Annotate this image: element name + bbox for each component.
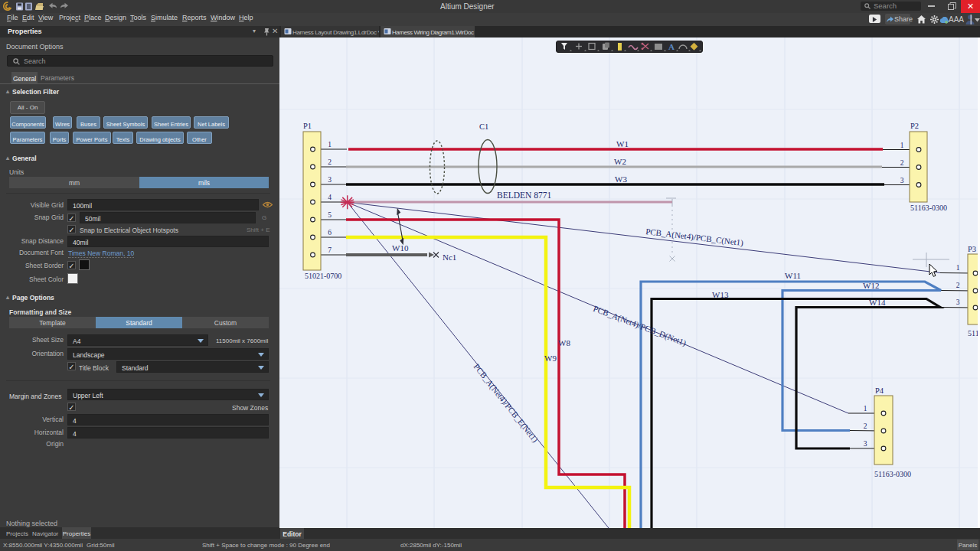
- svg-text:3: 3: [956, 298, 960, 306]
- svg-text:7: 7: [328, 246, 332, 254]
- svg-text:3: 3: [900, 177, 904, 184]
- svg-text:1: 1: [864, 405, 867, 412]
- svg-text:2: 2: [328, 158, 332, 166]
- svg-text:2: 2: [956, 282, 960, 289]
- svg-text:PCB_A(Net4)/PCB_E(Net1): PCB_A(Net4)/PCB_E(Net1): [472, 362, 541, 445]
- svg-text:W13: W13: [712, 290, 729, 299]
- svg-text:51163-0300: 51163-0300: [910, 204, 947, 212]
- svg-text:P1: P1: [303, 122, 312, 130]
- svg-text:1: 1: [956, 264, 960, 272]
- svg-text:2: 2: [864, 422, 867, 430]
- svg-text:1: 1: [900, 142, 904, 149]
- svg-text:6: 6: [328, 229, 332, 236]
- svg-text:5: 5: [328, 211, 332, 219]
- svg-text:3: 3: [864, 440, 867, 448]
- svg-text:W1: W1: [616, 139, 629, 148]
- svg-text:W11: W11: [785, 271, 801, 280]
- svg-text:Nc1: Nc1: [443, 253, 456, 262]
- svg-text:2: 2: [900, 159, 904, 167]
- svg-text:A: A: [668, 42, 675, 51]
- svg-text:BELDEN 8771: BELDEN 8771: [497, 191, 551, 200]
- svg-text:P4: P4: [875, 386, 884, 395]
- svg-text:W10: W10: [392, 243, 409, 253]
- svg-text:W14: W14: [869, 298, 886, 307]
- svg-text:3: 3: [328, 176, 332, 184]
- svg-text:P2: P2: [910, 122, 919, 130]
- svg-text:PCB_A(Net4)/PCB_C(Net1): PCB_A(Net4)/PCB_C(Net1): [645, 227, 744, 248]
- svg-text:C1: C1: [479, 122, 488, 131]
- svg-text:1: 1: [328, 141, 332, 148]
- svg-text:W8: W8: [558, 338, 570, 347]
- svg-text:W3: W3: [615, 174, 627, 184]
- svg-text:51163-0300: 51163-0300: [874, 470, 911, 478]
- svg-text:4: 4: [328, 194, 332, 201]
- svg-text:W2: W2: [614, 157, 626, 166]
- svg-text:W12: W12: [863, 281, 879, 290]
- svg-text:W9: W9: [544, 354, 557, 363]
- svg-text:P3: P3: [968, 245, 976, 253]
- svg-text:51021-0700: 51021-0700: [305, 272, 341, 280]
